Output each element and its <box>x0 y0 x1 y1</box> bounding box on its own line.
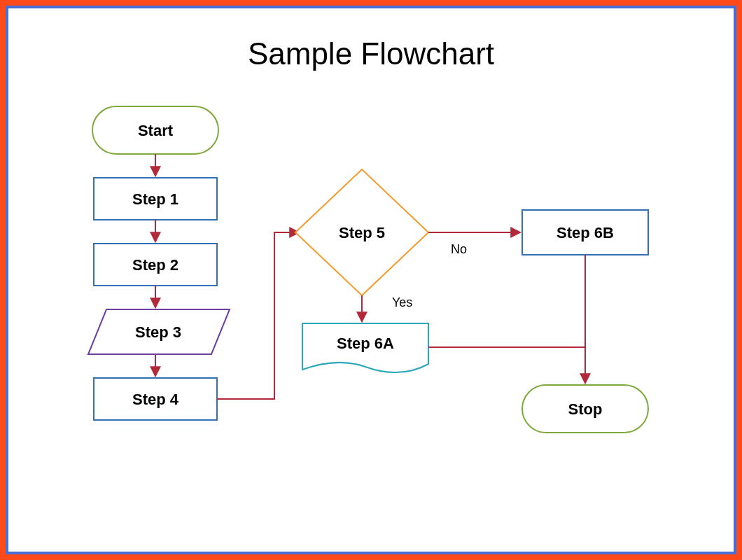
edge-yes-label: Yes <box>392 295 412 309</box>
step6a-label: Step 6A <box>337 335 394 352</box>
page-title: Sample Flowchart <box>248 36 494 71</box>
step3-label: Step 3 <box>135 323 181 341</box>
step2-label: Step 2 <box>132 256 178 274</box>
step1-label: Step 1 <box>132 190 178 208</box>
start-label: Start <box>138 122 174 139</box>
step5-label: Step 5 <box>339 224 385 241</box>
arrow-step4-step5 <box>217 232 298 399</box>
flowchart-canvas: Sample Flowchart Start Step 1 Step 2 Ste… <box>6 6 736 554</box>
edge-no-label: No <box>451 242 467 256</box>
step4-label: Step 4 <box>132 391 179 408</box>
flowchart-svg: Sample Flowchart Start Step 1 Step 2 Ste… <box>8 8 734 552</box>
stop-label: Stop <box>568 400 603 418</box>
outer-border: Sample Flowchart Start Step 1 Step 2 Ste… <box>0 0 742 560</box>
step6b-label: Step 6B <box>556 224 614 241</box>
